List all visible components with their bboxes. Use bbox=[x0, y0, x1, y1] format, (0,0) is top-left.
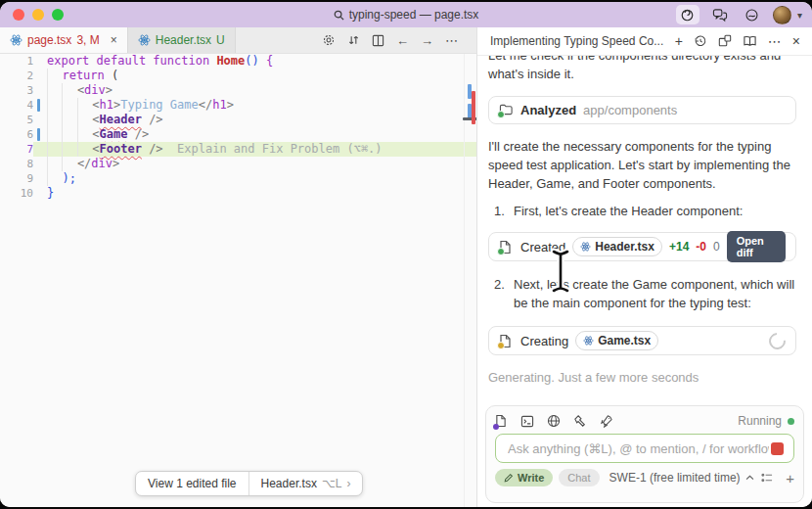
react-file-icon bbox=[10, 34, 23, 46]
code-text: <Footer /> Explain and Fix Problem (⌥⌘.) bbox=[47, 142, 476, 157]
more-actions-icon[interactable]: ⋯ bbox=[768, 34, 782, 48]
indent-guide bbox=[47, 83, 62, 98]
chat-bubbles-icon[interactable] bbox=[708, 5, 732, 24]
traffic-lights bbox=[13, 9, 64, 21]
gutter bbox=[33, 54, 47, 69]
new-conversation-icon[interactable]: + bbox=[675, 34, 683, 48]
cascade-icon[interactable] bbox=[676, 5, 699, 24]
gutter bbox=[33, 186, 47, 201]
ruler-error-mark bbox=[472, 91, 475, 124]
tab-header-tsx[interactable]: Header.tsx U bbox=[128, 27, 236, 53]
code-line[interactable]: 6<Game /> bbox=[0, 127, 476, 142]
code-line[interactable]: 4<h1>Typing Game</h1> bbox=[0, 98, 476, 113]
chip-file-name: Header.tsx bbox=[595, 240, 654, 254]
source-control-icon[interactable] bbox=[347, 33, 360, 47]
overview-ruler bbox=[464, 54, 477, 507]
code-token: < bbox=[92, 127, 99, 141]
analyzed-step-card[interactable]: Analyzed app/components bbox=[488, 96, 796, 124]
globe-icon[interactable] bbox=[547, 414, 561, 428]
code-token: div bbox=[84, 83, 106, 97]
customize-icon[interactable] bbox=[760, 472, 774, 484]
window-title: typing-speed — page.tsx bbox=[349, 8, 479, 22]
chevron-down-icon[interactable]: ▾ bbox=[797, 10, 802, 21]
code-line[interactable]: 1export default function Home() { bbox=[0, 54, 476, 69]
wave-icon[interactable] bbox=[741, 5, 764, 24]
model-selector[interactable]: SWE-1 (free limited time) bbox=[609, 471, 754, 485]
indent-guide bbox=[47, 157, 62, 171]
code-text: ); bbox=[47, 171, 476, 186]
chat-mode-label: Chat bbox=[567, 472, 590, 484]
go-back-icon[interactable]: ← bbox=[396, 34, 409, 47]
chat-input[interactable] bbox=[506, 440, 771, 457]
code-token: /> bbox=[142, 113, 163, 126]
file-chip[interactable]: Header.tsx bbox=[572, 237, 662, 256]
code-line[interactable]: 8</div> bbox=[0, 157, 476, 171]
write-mode-toggle[interactable]: Write bbox=[495, 469, 553, 486]
go-forward-icon[interactable]: → bbox=[421, 34, 433, 47]
minimize-window-button[interactable] bbox=[32, 9, 44, 21]
code-text: <h1>Typing Game</h1> bbox=[47, 98, 476, 113]
layout-icon[interactable] bbox=[718, 34, 732, 48]
line-number: 5 bbox=[0, 113, 33, 127]
code-token: /> bbox=[142, 142, 163, 156]
code-token: > bbox=[106, 83, 113, 97]
code-line[interactable]: 7<Footer /> Explain and Fix Problem (⌥⌘.… bbox=[0, 142, 476, 157]
gutter bbox=[33, 98, 47, 113]
more-actions-icon[interactable]: ⋯ bbox=[445, 34, 458, 47]
list-item: 2. Next, let's create the Game component… bbox=[494, 275, 796, 312]
line-number: 3 bbox=[0, 83, 33, 98]
code-line[interactable]: 10} bbox=[0, 186, 476, 201]
indent-guide bbox=[47, 127, 62, 142]
run-status-label: Running bbox=[738, 414, 782, 428]
code-line[interactable]: 3<div> bbox=[0, 83, 476, 98]
edited-file-button[interactable]: Header.tsx ⌥L › bbox=[248, 472, 363, 495]
terminal-icon[interactable] bbox=[520, 415, 534, 428]
chat-mode-toggle[interactable]: Chat bbox=[559, 469, 599, 486]
indent-guide bbox=[62, 127, 76, 142]
editor-toolbar: ← → ⋯ bbox=[327, 27, 470, 53]
created-step-card[interactable]: Created Header.tsx +14 -0 0 Open diff bbox=[488, 232, 796, 261]
tab-badge: 3, M bbox=[76, 33, 99, 47]
lines-removed: -0 bbox=[696, 240, 706, 254]
model-name: SWE-1 (free limited time) bbox=[609, 471, 741, 485]
chevron-right-icon: › bbox=[346, 477, 350, 490]
lines-unchanged: 0 bbox=[713, 240, 720, 254]
running-status-dot bbox=[788, 418, 794, 425]
code-editor[interactable]: 1export default function Home() {2return… bbox=[0, 54, 476, 507]
code-token: ( bbox=[105, 69, 118, 82]
code-text: } bbox=[47, 186, 476, 201]
history-icon[interactable] bbox=[694, 34, 707, 48]
composer: Running Write Chat SWE-1 (free limited t… bbox=[485, 405, 804, 503]
code-line[interactable]: 5<Header /> bbox=[0, 113, 476, 127]
file-icon bbox=[499, 334, 514, 348]
stop-button[interactable] bbox=[771, 442, 784, 455]
composer-footer: Write Chat SWE-1 (free limited time) + bbox=[495, 469, 794, 486]
zoom-window-button[interactable] bbox=[52, 9, 64, 21]
avatar[interactable] bbox=[773, 6, 791, 24]
indent-guide bbox=[47, 69, 62, 83]
view-edited-file-button[interactable]: View 1 edited file bbox=[136, 472, 248, 495]
tab-page-tsx[interactable]: page.tsx 3, M × bbox=[0, 27, 128, 53]
close-window-button[interactable] bbox=[13, 9, 24, 21]
add-icon[interactable]: + bbox=[786, 470, 794, 486]
shortcut-hint: ⌥L bbox=[322, 477, 342, 490]
conversation-scroll[interactable]: Let me check if the components directory… bbox=[477, 55, 812, 401]
code-line[interactable]: 2return ( bbox=[0, 69, 476, 83]
artifact-file-icon[interactable] bbox=[495, 414, 508, 429]
docs-book-icon[interactable] bbox=[743, 34, 757, 48]
indent-guide bbox=[77, 113, 92, 127]
close-tab-icon[interactable]: × bbox=[111, 33, 117, 47]
deploy-rocket-icon[interactable] bbox=[600, 414, 613, 428]
code-line[interactable]: 9); bbox=[0, 171, 476, 186]
close-panel-icon[interactable]: × bbox=[792, 34, 800, 48]
react-file-icon bbox=[138, 34, 151, 46]
tools-hammer-icon[interactable] bbox=[573, 414, 587, 428]
file-chip[interactable]: Game.tsx bbox=[575, 331, 658, 350]
code-token: </ bbox=[77, 157, 91, 170]
split-editor-icon[interactable] bbox=[372, 34, 384, 47]
creating-step-card[interactable]: Creating Game.tsx bbox=[488, 326, 796, 355]
chat-input-box bbox=[495, 434, 794, 463]
code-token: ); bbox=[62, 171, 75, 185]
settings-gear-icon[interactable] bbox=[322, 33, 336, 47]
open-diff-button[interactable]: Open diff bbox=[727, 231, 786, 262]
